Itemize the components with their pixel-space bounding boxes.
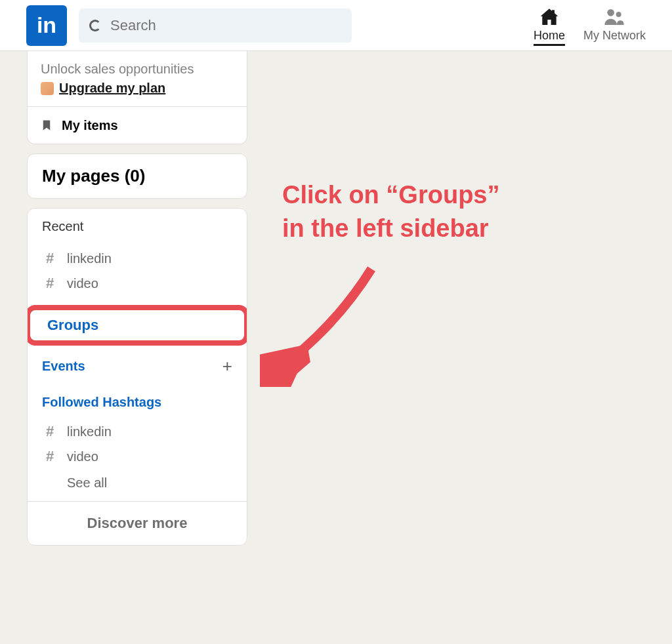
recent-item-label: video [67,276,98,291]
my-pages-title: My pages (0) [42,166,232,186]
hashtag-icon: # [42,448,58,465]
followed-label: Followed Hashtags [42,395,161,410]
groups-label: Groups [47,317,98,333]
nav-right: Home My Network [534,5,646,46]
search-input[interactable] [110,17,341,34]
promo-card: Unlock sales opportunities Upgrade my pl… [27,51,247,144]
people-icon [603,7,625,28]
linkedin-logo[interactable]: in [26,5,67,46]
hashtag-icon: # [42,275,58,292]
sidebar-events-link[interactable]: Events + [28,347,247,386]
sidebar-groups-link[interactable]: Groups [27,305,247,346]
svg-rect-0 [552,10,555,14]
recent-item-label: linkedin [67,251,112,266]
left-sidebar: Unlock sales opportunities Upgrade my pl… [27,51,247,555]
recent-item[interactable]: # linkedin [28,246,247,271]
upgrade-link[interactable]: Upgrade my plan [59,81,165,96]
events-label: Events [42,359,85,374]
discover-more-link[interactable]: Discover more [28,501,247,545]
bookmark-icon [41,117,52,133]
followed-item[interactable]: # video [28,444,247,469]
followed-item-label: linkedin [67,424,112,439]
nav-home-label: Home [534,29,565,46]
arrow-annotation-icon [260,256,391,387]
svg-point-2 [616,12,621,17]
recent-heading: Recent [42,219,232,234]
spinner-icon [89,20,101,31]
nav-network[interactable]: My Network [583,5,646,43]
home-icon [538,7,560,28]
recent-item[interactable]: # video [28,271,247,296]
hashtag-icon: # [42,423,58,440]
search-box[interactable] [79,9,352,43]
nav-network-label: My Network [583,29,646,43]
promo-section[interactable]: Unlock sales opportunities Upgrade my pl… [28,51,247,107]
sidebar-followed-hashtags-link[interactable]: Followed Hashtags [28,386,247,419]
hashtag-icon: # [42,250,58,267]
my-items-label: My items [62,118,118,133]
followed-item-label: video [67,449,98,464]
top-header: in Home My Network [0,0,672,51]
plus-icon[interactable]: + [222,356,232,376]
annotation-text: Click on “Groups” in the left sidebar [282,178,499,246]
nav-home[interactable]: Home [534,5,565,46]
followed-item[interactable]: # linkedin [28,419,247,444]
svg-point-1 [608,9,615,16]
discover-card: Recent # linkedin # video Groups Events … [27,208,247,546]
my-pages-card[interactable]: My pages (0) [27,153,247,199]
my-items-link[interactable]: My items [28,107,247,144]
see-all-link[interactable]: See all [28,469,247,501]
premium-badge-icon [41,82,54,95]
promo-text: Unlock sales opportunities [41,62,234,77]
